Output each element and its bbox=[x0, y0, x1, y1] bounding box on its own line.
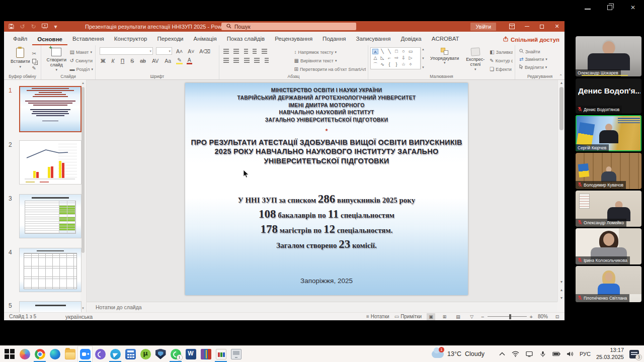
taskbar-winrar-button[interactable] bbox=[198, 346, 213, 362]
text-shadow-button[interactable]: ab bbox=[139, 58, 147, 64]
reset-button[interactable]: ↺Скинути bbox=[70, 57, 93, 64]
strikethrough-button[interactable]: S bbox=[129, 58, 135, 64]
ribbon-tab-recording[interactable]: Записування bbox=[351, 33, 396, 45]
character-spacing-button[interactable]: AV bbox=[151, 58, 159, 64]
ribbon-tab-file[interactable]: Файл bbox=[8, 33, 32, 45]
zoom-in-icon[interactable]: + bbox=[530, 314, 533, 320]
ribbon-tab-view[interactable]: Подання bbox=[317, 33, 351, 45]
zoom-out-icon[interactable]: − bbox=[481, 314, 484, 320]
align-left-icon[interactable] bbox=[223, 58, 229, 59]
previous-slide-button[interactable]: ▲ bbox=[558, 288, 565, 292]
italic-button[interactable]: К bbox=[111, 58, 116, 64]
shape-effects-button[interactable]: ❏Ефекти для фігур▾ bbox=[490, 66, 513, 73]
underline-button[interactable]: П bbox=[120, 58, 126, 64]
ribbon-tab-animations[interactable]: Анімація bbox=[189, 33, 222, 45]
notes-toggle-button[interactable]: ≡Нотатки bbox=[366, 313, 389, 320]
save-icon[interactable] bbox=[8, 23, 15, 30]
text-direction-button[interactable]: ↕Напрямок тексту▾ bbox=[294, 49, 366, 56]
customize-qat-icon[interactable]: ▾ bbox=[52, 23, 59, 30]
ribbon-tab-review[interactable]: Рецензування bbox=[270, 33, 317, 45]
thumbnail-preview[interactable] bbox=[19, 248, 82, 292]
next-slide-button[interactable]: ▼ bbox=[558, 296, 565, 300]
decrease-indent-icon[interactable] bbox=[244, 49, 248, 50]
notification-center-icon[interactable]: 3 bbox=[629, 350, 639, 358]
participant-tile[interactable]: Володимир Кувачов bbox=[576, 153, 641, 189]
normal-view-button[interactable]: ▣ bbox=[427, 313, 435, 320]
undo-icon[interactable]: ↺ bbox=[19, 23, 26, 30]
redo-icon[interactable]: ↻ bbox=[30, 23, 37, 30]
section-button[interactable]: ▬Розділ▾ bbox=[70, 66, 93, 73]
shapes-gallery-scroll[interactable]: ▲▼▼ bbox=[421, 47, 425, 69]
participant-tile[interactable]: Олександр Ломейко bbox=[576, 191, 641, 227]
thumbnail-preview[interactable] bbox=[19, 140, 82, 185]
ribbon-tab-acrobat[interactable]: ACROBAT bbox=[427, 33, 464, 45]
window-minimize-icon[interactable] bbox=[519, 21, 534, 32]
volume-icon[interactable] bbox=[566, 350, 574, 358]
slide[interactable]: МІНІСТЕРСТВО ОСВІТИ І НАУКИ УКРАЇНИТАВРІ… bbox=[185, 83, 468, 295]
bullets-icon[interactable] bbox=[223, 49, 229, 50]
taskbar-whatsapp-button[interactable]: 1 bbox=[168, 346, 183, 362]
participant-tile[interactable]: Ірина Колокольчикова bbox=[576, 228, 641, 264]
slide-thumbnail-2[interactable]: 2 bbox=[4, 140, 87, 185]
sign-in-button[interactable]: Увійти bbox=[470, 23, 496, 31]
change-case-button[interactable]: Aa bbox=[164, 58, 172, 64]
clear-formatting-icon[interactable]: A⌫ bbox=[198, 48, 211, 54]
convert-to-smartart-button[interactable]: ⊞Перетворити на об'єкт SmartArt▾ bbox=[294, 66, 366, 73]
numbering-icon[interactable] bbox=[233, 49, 239, 50]
font-name-combo[interactable]: ▾ bbox=[100, 47, 153, 55]
taskbar-media-player-classic-button[interactable] bbox=[213, 346, 228, 362]
taskbar-word-button[interactable] bbox=[183, 346, 198, 362]
highlight-color-icon[interactable]: ✎ bbox=[176, 57, 183, 64]
weather-widget[interactable]: 1 13°C Cloudy bbox=[432, 350, 485, 358]
replace-button[interactable]: ⇄Замінити▾ bbox=[519, 56, 547, 63]
taskbar-viber-button[interactable] bbox=[93, 346, 108, 362]
window-close-icon[interactable]: ✕ bbox=[549, 21, 565, 32]
copy-icon[interactable] bbox=[32, 59, 36, 63]
grow-font-icon[interactable]: A˄ bbox=[175, 48, 184, 54]
zoom-percentage[interactable]: 80% bbox=[538, 314, 548, 319]
zoom-slider-thumb[interactable] bbox=[509, 314, 511, 319]
align-text-button[interactable]: ▦Вирівняти текст▾ bbox=[294, 57, 366, 64]
align-center-icon[interactable] bbox=[233, 58, 239, 59]
taskbar-zoom-button[interactable] bbox=[77, 346, 93, 362]
layout-button[interactable]: ▤Макет▾ bbox=[70, 49, 93, 56]
slide-thumbnail-1[interactable]: 1 bbox=[4, 86, 87, 132]
taskbar-file-explorer-button[interactable] bbox=[62, 346, 77, 362]
increase-indent-icon[interactable] bbox=[253, 49, 257, 50]
select-button[interactable]: Виділити▾ bbox=[519, 64, 547, 70]
ribbon-tab-insert[interactable]: Вставлення bbox=[67, 33, 109, 45]
line-spacing-icon[interactable] bbox=[262, 49, 267, 50]
battery-icon[interactable] bbox=[552, 350, 560, 358]
slide-sorter-view-button[interactable]: ⊞ bbox=[440, 313, 449, 320]
shape-outline-button[interactable]: ✎Контур фігури▾ bbox=[490, 57, 513, 64]
fit-slide-to-window-icon[interactable]: ⊡ bbox=[553, 313, 561, 320]
slide-scrollbar[interactable]: ▲ ▼ ▲ ▼ bbox=[557, 80, 565, 302]
slideshow-view-button[interactable]: ▽ bbox=[467, 313, 476, 320]
shrink-font-icon[interactable]: A˅ bbox=[187, 48, 195, 54]
cast-display-icon[interactable] bbox=[525, 350, 533, 358]
thumbnail-preview[interactable] bbox=[19, 86, 82, 132]
taskbar-edge-button[interactable] bbox=[47, 346, 62, 362]
ribbon-tab-transitions[interactable]: Переходи bbox=[152, 33, 188, 45]
quick-styles-button[interactable]: Експрес-стилі▾ bbox=[464, 47, 487, 73]
shape-fill-button[interactable]: ◧Заливка фігури▾ bbox=[490, 49, 513, 56]
find-button[interactable]: Знайти bbox=[519, 49, 547, 54]
participant-tile[interactable]: Олександр Шокарев bbox=[576, 36, 641, 76]
taskbar-start-button[interactable] bbox=[2, 346, 17, 362]
format-painter-icon[interactable]: ✎ bbox=[32, 65, 36, 72]
taskbar-calculator-button[interactable] bbox=[123, 346, 138, 362]
comments-toggle-button[interactable]: ▭Примітки bbox=[394, 313, 422, 320]
taskbar-telegram-button[interactable] bbox=[108, 346, 123, 362]
taskbar-utorrent-button[interactable] bbox=[138, 346, 153, 362]
ribbon-tab-home[interactable]: Основне bbox=[32, 34, 67, 46]
zoom-minimize-icon[interactable] bbox=[585, 6, 591, 10]
zoom-restore-icon[interactable] bbox=[607, 5, 612, 10]
search-input[interactable]: Пошук bbox=[221, 23, 356, 30]
ribbon-display-options-icon[interactable] bbox=[504, 21, 519, 32]
wifi-icon[interactable] bbox=[512, 350, 520, 358]
notes-bar[interactable]: Нотатки до слайда bbox=[87, 302, 557, 312]
share-button[interactable]: Спільний доступ bbox=[503, 36, 559, 43]
thumbnail-preview[interactable] bbox=[19, 194, 82, 238]
language-indicator[interactable]: українська bbox=[65, 314, 93, 320]
bold-button[interactable]: Ж bbox=[100, 58, 107, 64]
